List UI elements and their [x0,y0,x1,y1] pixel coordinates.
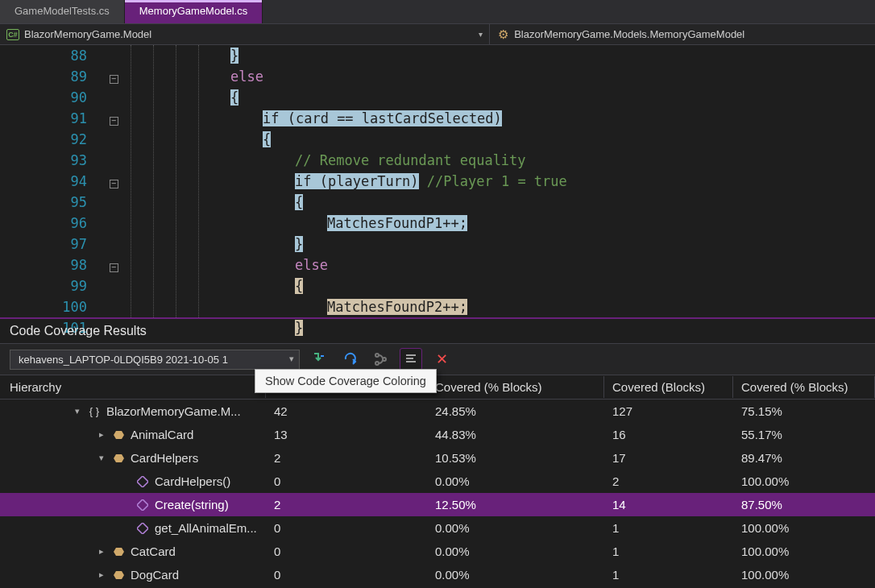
code-line[interactable]: } [230,45,875,66]
fold-slot[interactable]: − [97,108,131,129]
method-icon [135,475,150,488]
row-label: BlazorMemoryGame.M... [106,404,241,418]
class-icon [111,452,126,465]
expander-icon[interactable]: ▾ [97,453,106,463]
merge-results-button[interactable] [369,348,392,371]
line-number-gutter: 888990919293949596979899100101 [0,45,97,317]
not-covered-blocks: 0 [266,542,427,561]
code-line[interactable]: MatchesFoundP2++; [230,296,875,317]
fold-toggle-icon[interactable]: − [110,263,118,272]
fold-slot[interactable] [97,129,131,150]
fold-slot[interactable] [97,296,131,317]
row-label: get_AllAnimalEm... [155,521,257,535]
line-number: 97 [0,234,87,255]
code-line[interactable]: { [230,192,875,213]
fold-slot[interactable]: − [97,255,131,275]
tab-memory-game-model[interactable]: MemoryGameModel.cs [125,0,263,23]
code-line[interactable]: else [230,66,875,87]
col-hierarchy[interactable]: Hierarchy [0,376,266,398]
svg-point-1 [375,362,379,365]
table-row[interactable]: ▸ AnimalCard 13 44.83% 16 55.17% [0,423,875,446]
not-covered-pct: 24.85% [427,402,604,420]
remove-button[interactable]: ✕ [430,348,453,371]
not-covered-pct: 0.00% [427,565,604,584]
line-number: 99 [0,275,87,296]
document-tabs: GameModelTests.cs MemoryGameModel.cs [0,0,875,24]
fold-toggle-icon[interactable]: − [110,117,118,126]
coverage-grid: Hierarchy Covered (% Blocks) Covered (Bl… [0,375,875,586]
code-line[interactable]: { [230,87,875,108]
fold-slot[interactable] [97,213,131,234]
fold-slot[interactable]: − [97,171,131,192]
expander-icon[interactable]: ▸ [97,569,106,580]
csharp-icon: C# [6,28,19,41]
code-line[interactable]: else [230,255,875,275]
covered-blocks: 2 [604,472,733,491]
svg-rect-6 [137,476,148,487]
show-coverage-coloring-button[interactable] [400,348,422,371]
covered-pct: 75.15% [733,402,875,420]
fold-slot[interactable] [97,45,131,66]
table-row[interactable]: CardHelpers() 0 0.00% 2 100.00% [0,470,875,493]
code-line[interactable]: { [230,275,875,296]
grid-header[interactable]: Hierarchy Covered (% Blocks) Covered (Bl… [0,375,875,400]
fold-slot[interactable]: − [97,66,131,87]
fold-slot[interactable] [97,150,131,171]
covered-pct: 100.00% [733,472,875,491]
col-covered-pct[interactable]: Covered (% Blocks) [733,376,875,398]
not-covered-blocks: 13 [266,425,427,444]
code-line[interactable]: } [230,317,875,338]
not-covered-blocks: 42 [266,402,427,420]
namespace-dropdown[interactable]: C# BlazorMemoryGame.Model ▾ [0,24,490,44]
code-line[interactable]: MatchesFoundP1++; [230,213,875,234]
not-covered-pct: 44.83% [427,425,604,444]
table-row[interactable]: ▸ CatCard 0 0.00% 1 100.00% [0,540,875,563]
not-covered-blocks: 2 [266,495,427,514]
row-label: Create(string) [155,498,229,511]
export-results-button[interactable] [338,348,361,371]
line-number: 89 [0,66,87,87]
line-number: 94 [0,171,87,192]
covered-pct: 87.50% [733,495,875,514]
row-label: CatCard [131,545,176,558]
tab-game-model-tests[interactable]: GameModelTests.cs [0,0,125,23]
expander-icon[interactable]: ▸ [97,546,106,557]
table-row[interactable]: Create(string) 2 12.50% 14 87.50% [0,493,875,516]
fold-slot[interactable] [97,192,131,213]
import-results-button[interactable] [308,348,330,371]
fold-toggle-icon[interactable]: − [110,75,118,84]
coverage-run-dropdown[interactable]: kehavens_LAPTOP-0LDQI5B9 2021-10-05 1 [10,350,300,370]
fold-slot[interactable] [97,87,131,108]
code-coverage-panel: Code Coverage Results kehavens_LAPTOP-0L… [0,319,875,586]
col-covered-blocks[interactable]: Covered (Blocks) [604,376,733,398]
col-not-covered-pct[interactable]: Covered (% Blocks) [427,376,604,398]
code-editor[interactable]: 888990919293949596979899100101 −−−− }els… [0,45,875,319]
covered-pct: 100.00% [733,519,875,537]
svg-rect-7 [137,499,148,511]
code-line[interactable]: if (playerTurn) //Player 1 = true [230,171,875,192]
method-icon [135,522,150,535]
outlining-margin[interactable]: −−−− [97,45,131,317]
table-row[interactable]: get_AllAnimalEm... 0 0.00% 1 100.00% [0,516,875,540]
code-line[interactable]: if (card == lastCardSelected) [230,108,875,129]
fold-toggle-icon[interactable]: − [110,180,118,188]
not-covered-blocks: 0 [266,519,427,537]
member-dropdown[interactable]: ⚙ BlazorMemoryGame.Models.MemoryGameMode… [490,24,875,44]
line-number: 91 [0,108,87,129]
fold-slot[interactable] [97,234,131,255]
code-line[interactable]: } [230,234,875,255]
table-row[interactable]: ▾ BlazorMemoryGame.M... 42 24.85% 127 75… [0,400,875,423]
code-body[interactable]: }else{if (card == lastCardSelected){// R… [227,45,875,317]
table-row[interactable]: ▾ CardHelpers 2 10.53% 17 89.47% [0,446,875,470]
expander-icon[interactable]: ▾ [73,406,82,416]
covered-blocks: 127 [604,402,733,420]
fold-slot[interactable] [97,275,131,296]
namespace-icon [87,405,102,418]
code-line[interactable]: // Remove redundant equality [230,150,875,171]
not-covered-pct: 12.50% [427,495,604,514]
table-row[interactable]: ▸ DogCard 0 0.00% 1 100.00% [0,563,875,586]
code-line[interactable]: { [230,129,875,150]
line-number: 98 [0,255,87,275]
covered-pct: 100.00% [733,565,875,584]
expander-icon[interactable]: ▸ [97,429,106,440]
